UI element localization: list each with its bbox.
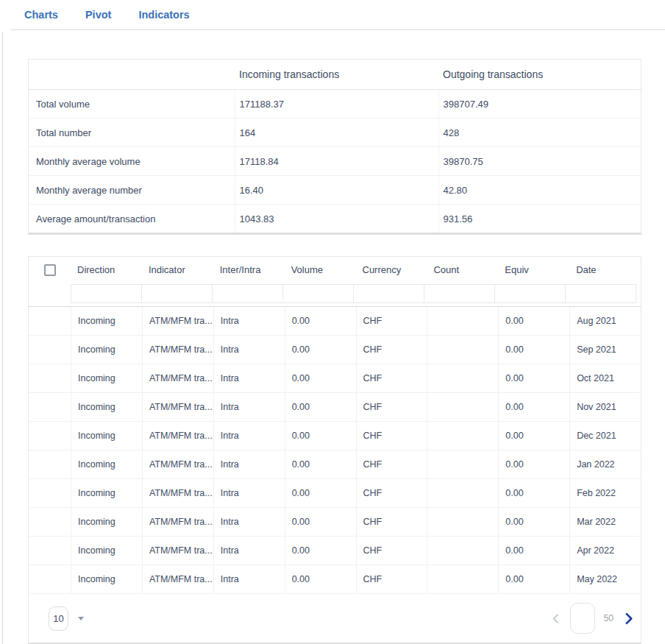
cell-direction: Incoming (71, 336, 142, 364)
column-header-indicator[interactable]: Indicator (142, 264, 213, 275)
cell-currency: CHF (356, 479, 427, 507)
table-row[interactable]: IncomingATM/MFM tra...Intra0.00CHF0.00Ap… (29, 537, 641, 565)
row-select-cell (29, 364, 71, 392)
grid-pager: 10 50 (29, 594, 641, 643)
table-row[interactable]: IncomingATM/MFM tra...Intra0.00CHF0.00Oc… (29, 364, 641, 393)
cell-count (427, 450, 498, 478)
filter-input-indicator[interactable] (141, 284, 213, 303)
cell-equiv: 0.00 (498, 422, 569, 450)
transactions-grid: DirectionIndicatorInter/IntraVolumeCurre… (28, 256, 641, 644)
row-select-cell (29, 565, 71, 593)
column-header-volume[interactable]: Volume (285, 264, 356, 275)
table-row[interactable]: IncomingATM/MFM tra...Intra0.00CHF0.00Ma… (29, 565, 641, 594)
cell-equiv: 0.00 (498, 450, 569, 478)
cell-direction: Incoming (71, 565, 142, 593)
total-pages-label: 50 (604, 613, 614, 623)
next-page-button[interactable] (622, 612, 635, 625)
cell-inter_intra: Intra (213, 336, 285, 364)
cell-inter_intra: Intra (213, 565, 285, 593)
page-size-value[interactable]: 10 (49, 606, 68, 631)
summary-incoming-value: 1043.83 (235, 205, 438, 233)
cell-count (427, 307, 498, 335)
cell-volume: 0.00 (285, 508, 356, 536)
filter-input-inter_intra[interactable] (212, 284, 283, 303)
table-row[interactable]: IncomingATM/MFM tra...Intra0.00CHF0.00Se… (29, 336, 641, 364)
cell-currency: CHF (356, 508, 427, 536)
tab-charts[interactable]: Charts (24, 9, 58, 21)
table-row[interactable]: IncomingATM/MFM tra...Intra0.00CHF0.00Ja… (29, 450, 641, 479)
chevron-down-icon[interactable] (78, 617, 84, 620)
filter-input-equiv[interactable] (494, 284, 566, 303)
cell-inter_intra: Intra (213, 364, 285, 392)
page-number-input[interactable] (570, 603, 595, 634)
summary-card: Incoming transactions Outgoing transacti… (28, 59, 641, 235)
table-row[interactable]: IncomingATM/MFM tra...Intra0.00CHF0.00No… (29, 393, 641, 422)
summary-row: Total number 164 428 (29, 118, 642, 147)
cell-indicator: ATM/MFM tra... (142, 537, 213, 565)
cell-indicator: ATM/MFM tra... (142, 450, 213, 478)
row-select-cell (29, 508, 71, 536)
cell-indicator: ATM/MFM tra... (142, 393, 213, 421)
cell-indicator: ATM/MFM tra... (142, 364, 213, 392)
grid-header-row: DirectionIndicatorInter/IntraVolumeCurre… (29, 257, 641, 283)
summary-incoming-value: 17118.84 (235, 147, 438, 176)
cell-volume: 0.00 (285, 307, 356, 335)
cell-volume: 0.00 (285, 393, 356, 421)
summary-header-row: Incoming transactions Outgoing transacti… (29, 60, 642, 90)
summary-row-label: Total volume (29, 90, 235, 118)
cell-date: Mar 2022 (569, 508, 641, 536)
cell-count (427, 565, 498, 593)
table-row[interactable]: IncomingATM/MFM tra...Intra0.00CHF0.00Fe… (29, 479, 641, 508)
cell-equiv: 0.00 (498, 565, 569, 593)
row-select-cell (29, 450, 71, 478)
cell-direction: Incoming (71, 364, 142, 392)
cell-indicator: ATM/MFM tra... (142, 307, 213, 335)
filter-input-date[interactable] (565, 284, 636, 303)
cell-direction: Incoming (71, 422, 142, 450)
cell-volume: 0.00 (285, 450, 356, 478)
cell-date: May 2022 (569, 565, 641, 593)
column-header-equiv[interactable]: Equiv (498, 264, 569, 275)
table-row[interactable]: IncomingATM/MFM tra...Intra0.00CHF0.00De… (29, 422, 641, 450)
cell-date: Nov 2021 (569, 393, 641, 421)
cell-count (427, 364, 498, 392)
table-row[interactable]: IncomingATM/MFM tra...Intra0.00CHF0.00Au… (29, 307, 641, 336)
cell-inter_intra: Intra (213, 537, 285, 565)
cell-direction: Incoming (71, 307, 142, 335)
filter-input-volume[interactable] (282, 284, 354, 303)
tab-pivot[interactable]: Pivot (85, 9, 111, 21)
summary-row: Monthly average number 16.40 42.80 (29, 176, 642, 205)
grid-body: IncomingATM/MFM tra...Intra0.00CHF0.00Au… (29, 307, 641, 594)
filter-input-direction[interactable] (71, 284, 142, 303)
tab-indicators[interactable]: Indicators (138, 9, 189, 21)
cell-indicator: ATM/MFM tra... (142, 508, 213, 536)
column-header-currency[interactable]: Currency (356, 264, 427, 275)
summary-row-label: Average amount/transaction (29, 205, 235, 233)
column-header-date[interactable]: Date (569, 264, 641, 275)
cell-date: Jan 2022 (569, 450, 641, 478)
cell-volume: 0.00 (285, 336, 356, 364)
cell-currency: CHF (356, 364, 427, 392)
filter-input-count[interactable] (424, 284, 495, 303)
summary-outgoing-value: 39870.75 (438, 147, 642, 176)
cell-inter_intra: Intra (213, 307, 285, 335)
table-row[interactable]: IncomingATM/MFM tra...Intra0.00CHF0.00Ma… (29, 508, 641, 537)
cell-date: Apr 2022 (569, 537, 641, 565)
cell-inter_intra: Intra (213, 422, 285, 450)
cell-count (427, 537, 498, 565)
cell-date: Oct 2021 (569, 364, 641, 392)
cell-inter_intra: Intra (213, 393, 285, 421)
row-select-cell (29, 537, 71, 565)
column-header-inter_intra[interactable]: Inter/Intra (213, 264, 285, 275)
column-header-direction[interactable]: Direction (71, 264, 142, 275)
cell-equiv: 0.00 (498, 508, 569, 536)
select-all-checkbox[interactable] (44, 264, 56, 276)
filter-input-currency[interactable] (353, 284, 424, 303)
cell-currency: CHF (356, 336, 427, 364)
previous-page-button[interactable] (550, 613, 561, 624)
cell-equiv: 0.00 (498, 307, 569, 335)
page-size-selector[interactable]: 10 (49, 606, 84, 631)
column-header-count[interactable]: Count (427, 264, 498, 275)
cell-currency: CHF (356, 307, 427, 335)
cell-currency: CHF (356, 537, 427, 565)
